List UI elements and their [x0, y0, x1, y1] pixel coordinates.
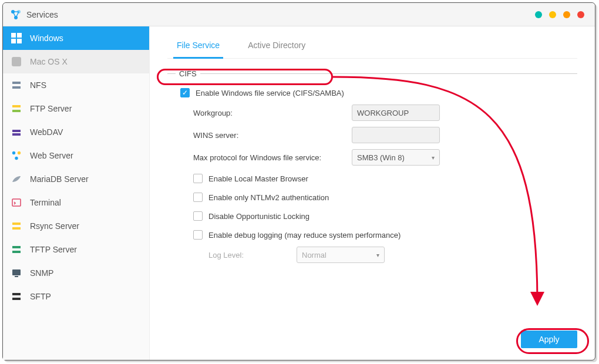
workgroup-label: Workgroup: — [193, 109, 352, 117]
sidebar-item-label: Windows — [30, 33, 63, 43]
svg-rect-28 — [12, 298, 21, 300]
svg-rect-23 — [12, 246, 21, 248]
svg-rect-21 — [12, 223, 21, 225]
web-server-icon — [11, 150, 24, 161]
wins-input[interactable] — [352, 127, 440, 143]
oplock-row[interactable]: Disable Opportunistic Locking — [193, 207, 577, 225]
sidebar-item-ftp[interactable]: FTP Server — [3, 97, 149, 120]
svg-rect-14 — [12, 110, 21, 112]
tftp-icon — [11, 244, 24, 255]
sftp-icon — [11, 291, 24, 302]
close-button[interactable] — [577, 11, 584, 18]
loglevel-label: Log Level: — [208, 251, 297, 259]
restore-button[interactable] — [563, 11, 570, 18]
oplock-label: Disable Opportunistic Locking — [208, 212, 309, 221]
svg-rect-8 — [11, 39, 16, 43]
snmp-icon — [11, 268, 24, 278]
sidebar-item-mariadb[interactable]: MariaDB Server — [3, 167, 149, 191]
tabbar: File Service Active Directory — [167, 32, 577, 59]
svg-rect-12 — [12, 86, 21, 89]
sidebar-item-sftp[interactable]: SFTP — [3, 285, 149, 308]
section-header-cifs: CIFS — [167, 69, 577, 78]
tab-file-service[interactable]: File Service — [173, 32, 223, 59]
sidebar-item-label: SFTP — [30, 292, 51, 301]
sidebar-item-windows[interactable]: Windows — [3, 26, 149, 50]
enable-cifs-row[interactable]: Enable Windows file service (CIFS/SAMBA) — [180, 84, 577, 102]
svg-rect-16 — [12, 133, 21, 136]
svg-rect-11 — [12, 82, 21, 84]
sidebar-item-label: Mac OS X — [30, 57, 68, 66]
enable-cifs-checkbox[interactable] — [180, 88, 190, 97]
apply-button[interactable]: Apply — [521, 331, 577, 348]
window-title: Services — [26, 10, 58, 19]
maxproto-label: Max protocol for Windows file service: — [193, 153, 352, 162]
debug-label: Enable debug logging (may reduce system … — [208, 231, 401, 240]
maximize-button[interactable] — [549, 11, 556, 18]
svg-rect-15 — [12, 130, 21, 132]
ftp-icon — [11, 103, 24, 114]
tab-active-directory[interactable]: Active Directory — [244, 32, 309, 58]
sidebar-item-label: SNMP — [30, 268, 53, 278]
windows-icon — [11, 33, 24, 43]
sidebar-item-label: MariaDB Server — [30, 174, 89, 184]
sidebar-item-nfs[interactable]: NFS — [3, 73, 149, 97]
enable-cifs-label: Enable Windows file service (CIFS/SAMBA) — [196, 89, 344, 97]
titlebar: Services — [3, 3, 595, 26]
svg-point-17 — [12, 151, 15, 154]
svg-rect-26 — [15, 276, 18, 277]
sidebar-item-web-server[interactable]: Web Server — [3, 144, 149, 167]
sidebar-item-webdav[interactable]: WebDAV — [3, 120, 149, 144]
ntlm-checkbox[interactable] — [193, 193, 203, 202]
terminal-icon — [11, 197, 24, 208]
svg-point-19 — [15, 157, 18, 160]
svg-rect-20 — [12, 199, 21, 206]
wins-label: WINS server: — [193, 131, 352, 140]
section-header-label: CIFS — [179, 69, 197, 78]
sidebar-item-rsync[interactable]: Rsync Server — [3, 214, 149, 238]
ntlm-label: Enable only NTLMv2 authentication — [208, 193, 329, 202]
svg-rect-13 — [12, 105, 21, 107]
window-controls — [535, 11, 588, 18]
ntlm-row[interactable]: Enable only NTLMv2 authentication — [193, 188, 577, 206]
webdav-icon — [11, 127, 24, 137]
oplock-checkbox[interactable] — [193, 211, 203, 221]
debug-row[interactable]: Enable debug logging (may reduce system … — [193, 226, 577, 244]
workgroup-input[interactable]: WORKGROUP — [352, 105, 440, 121]
svg-rect-6 — [11, 33, 16, 38]
svg-rect-10 — [12, 57, 21, 66]
maxproto-select[interactable]: SMB3 (Win 8) ▾ — [352, 149, 440, 166]
rsync-icon — [11, 221, 24, 231]
minimize-button[interactable] — [535, 11, 542, 18]
sidebar-item-terminal[interactable]: Terminal — [3, 191, 149, 214]
sidebar: Windows Mac OS X NFS FTP Server WebDAV W… — [3, 26, 150, 360]
svg-rect-25 — [12, 269, 21, 275]
svg-rect-27 — [12, 293, 21, 295]
debug-checkbox[interactable] — [193, 230, 203, 240]
sidebar-item-label: FTP Server — [30, 104, 72, 113]
nfs-icon — [11, 80, 24, 90]
lmb-row[interactable]: Enable Local Master Browser — [193, 170, 577, 187]
sidebar-item-label: Web Server — [30, 151, 73, 160]
lmb-label: Enable Local Master Browser — [208, 174, 308, 183]
sidebar-item-snmp[interactable]: SNMP — [3, 261, 149, 285]
lmb-checkbox[interactable] — [193, 174, 203, 183]
svg-rect-22 — [12, 227, 21, 230]
sidebar-item-tftp[interactable]: TFTP Server — [3, 238, 149, 261]
finder-icon — [11, 56, 24, 67]
sidebar-item-label: Rsync Server — [30, 221, 79, 231]
svg-rect-24 — [12, 251, 21, 253]
chevron-down-icon: ▾ — [376, 252, 379, 258]
svg-rect-9 — [17, 39, 22, 43]
chevron-down-icon: ▾ — [432, 154, 435, 161]
loglevel-select: Normal ▾ — [297, 247, 385, 263]
sidebar-item-label: WebDAV — [30, 127, 63, 137]
sidebar-item-label: NFS — [30, 80, 46, 90]
app-icon — [10, 9, 22, 21]
svg-rect-7 — [17, 33, 22, 38]
mariadb-icon — [11, 174, 24, 184]
svg-point-18 — [18, 151, 21, 154]
main-panel: File Service Active Directory CIFS Enabl… — [150, 26, 595, 360]
sidebar-item-macosx[interactable]: Mac OS X — [3, 50, 149, 73]
sidebar-item-label: Terminal — [30, 198, 61, 207]
sidebar-item-label: TFTP Server — [30, 245, 77, 254]
